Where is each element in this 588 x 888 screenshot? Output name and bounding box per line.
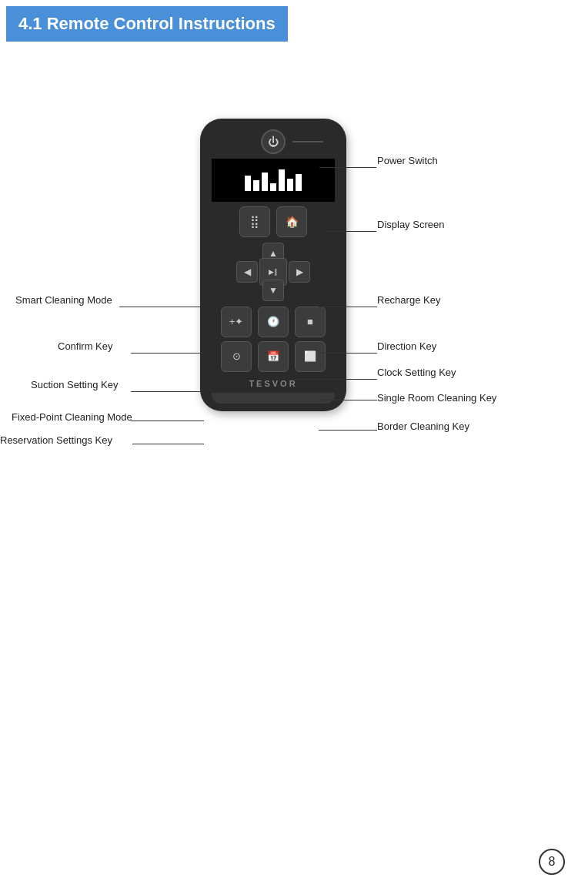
fixed-point-cleaning-mode-label: Fixed-Point Cleaning Mode bbox=[12, 411, 132, 423]
border-cleaning-line bbox=[319, 430, 377, 431]
direction-key-label: Direction Key bbox=[377, 340, 436, 352]
extra-row: ⊙ 📅 ⬜ bbox=[221, 341, 326, 372]
smart-cleaning-line bbox=[119, 307, 202, 307]
page-number: 8 bbox=[539, 849, 565, 875]
fixed-point-line bbox=[131, 421, 204, 421]
bar5 bbox=[279, 169, 285, 191]
suction-line bbox=[131, 391, 204, 392]
confirm-key-label: Confirm Key bbox=[58, 340, 113, 352]
suction-setting-key-label: Suction Setting Key bbox=[31, 379, 118, 390]
bar1 bbox=[245, 176, 251, 191]
clock-line bbox=[295, 379, 377, 380]
bar6 bbox=[287, 179, 293, 191]
direction-line bbox=[319, 353, 377, 354]
single-room-cleaning-key-label: Single Room Cleaning Key bbox=[377, 392, 496, 404]
suction-setting-key-button[interactable]: +✦ bbox=[221, 307, 252, 337]
brand-label: TESVOR bbox=[249, 379, 297, 388]
power-line bbox=[292, 141, 323, 142]
smart-cleaning-mode-button[interactable]: ⣿ bbox=[239, 206, 270, 237]
bar3 bbox=[262, 173, 268, 191]
confirm-line bbox=[131, 353, 204, 354]
display-content bbox=[245, 169, 302, 191]
page-title: 4.1 Remote Control Instructions bbox=[18, 14, 276, 33]
clock-setting-key-button[interactable]: 🕐 bbox=[258, 307, 289, 337]
single-room-cleaning-key-button[interactable]: ■ bbox=[295, 307, 326, 337]
power-switch-line bbox=[319, 167, 376, 168]
display-screen-label: Display Screen bbox=[377, 219, 444, 230]
header-bar: 4.1 Remote Control Instructions bbox=[6, 6, 288, 42]
dpad-left-button[interactable]: ◀ bbox=[236, 261, 258, 283]
power-switch-label: Power Switch bbox=[377, 155, 438, 166]
mode-row: ⣿ 🏠 bbox=[239, 206, 307, 237]
bar2 bbox=[253, 180, 259, 191]
dpad-right-button[interactable]: ▶ bbox=[289, 261, 310, 283]
recharge-key-button[interactable]: 🏠 bbox=[276, 206, 307, 237]
power-button[interactable]: ⏻ bbox=[261, 129, 286, 154]
border-cleaning-key-label: Border Cleaning Key bbox=[377, 421, 469, 432]
smart-cleaning-mode-label: Smart Cleaning Mode bbox=[15, 294, 112, 306]
dpad-down-button[interactable]: ▼ bbox=[262, 280, 284, 301]
display-screen bbox=[212, 159, 335, 202]
bar4 bbox=[270, 183, 276, 191]
single-room-line bbox=[319, 400, 377, 400]
recharge-key-label: Recharge Key bbox=[377, 294, 440, 306]
bottom-bumper bbox=[212, 393, 335, 404]
reservation-line bbox=[132, 444, 204, 444]
dpad: ▲ ◀ ▶‖ ▶ ▼ bbox=[235, 241, 312, 303]
recharge-line bbox=[319, 307, 377, 307]
content-area: ⏻ ⣿ 🏠 ▲ ◀ ▶‖ ▶ ▼ bbox=[0, 42, 588, 888]
power-row: ⏻ bbox=[208, 129, 339, 154]
clock-setting-key-label: Clock Setting Key bbox=[377, 367, 456, 378]
display-screen-line bbox=[325, 231, 376, 232]
remote-control: ⏻ ⣿ 🏠 ▲ ◀ ▶‖ ▶ ▼ bbox=[200, 119, 346, 411]
bar7 bbox=[296, 174, 302, 191]
reservation-settings-key-button[interactable]: 📅 bbox=[258, 341, 289, 372]
border-cleaning-key-button[interactable]: ⬜ bbox=[295, 341, 326, 372]
suction-row: +✦ 🕐 ■ bbox=[221, 307, 326, 337]
reservation-settings-key-label: Reservation Settings Key bbox=[0, 434, 112, 446]
fixed-point-cleaning-mode-button[interactable]: ⊙ bbox=[221, 341, 252, 372]
